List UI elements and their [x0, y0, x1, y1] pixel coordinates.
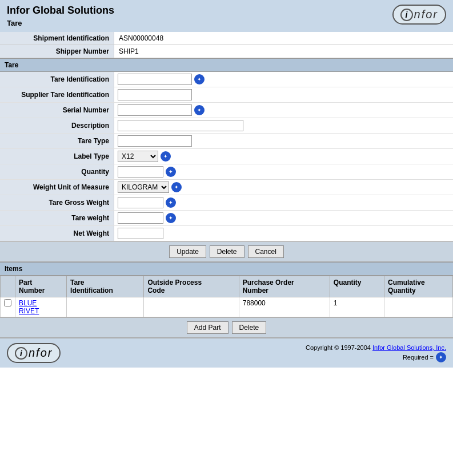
supplier-tare-input[interactable]	[118, 89, 192, 100]
net-weight-row: Net Weight	[0, 226, 453, 241]
logo-text: nfor	[414, 8, 438, 21]
row-checkbox[interactable]	[4, 299, 11, 306]
infor-logo-footer: i nfor	[7, 343, 61, 363]
required-label: Required =	[403, 354, 434, 361]
quantity-input-area	[114, 164, 179, 179]
label-type-label: Label Type	[0, 149, 114, 164]
shipment-id-value: ASN00000048	[114, 32, 168, 45]
infor-logo-header: i nfor	[392, 5, 446, 25]
tare-id-label: Tare Identification	[0, 72, 114, 87]
tare-gross-weight-input[interactable]	[118, 197, 163, 208]
tare-weight-input-area	[114, 211, 179, 225]
quantity-row: Quantity	[0, 164, 453, 180]
add-part-button[interactable]: Add Part	[187, 321, 228, 334]
weight-uom-label: Weight Unit of Measure	[0, 180, 114, 195]
shipper-number-value: SHIP1	[114, 45, 143, 58]
cancel-button[interactable]: Cancel	[248, 245, 284, 258]
tare-gross-weight-row: Tare Gross Weight	[0, 195, 453, 211]
tare-id-row: Tare Identification	[0, 72, 453, 87]
serial-number-input[interactable]	[118, 104, 192, 116]
tare-id-input-area	[114, 72, 208, 87]
row-outside-process-code	[144, 297, 239, 317]
col-part-number: PartNumber	[15, 276, 67, 297]
tare-section-header: Tare	[0, 58, 453, 72]
weight-uom-row: Weight Unit of Measure KILOGRAM POUND GR…	[0, 180, 453, 195]
tare-type-label: Tare Type	[0, 134, 114, 148]
net-weight-input-area	[114, 226, 167, 241]
tare-id-lookup-icon[interactable]	[194, 74, 205, 84]
tare-gross-weight-label: Tare Gross Weight	[0, 195, 114, 210]
delete-button[interactable]: Delete	[210, 245, 244, 258]
required-icon	[436, 352, 446, 362]
table-row: BLUERIVET 788000 1	[1, 297, 453, 317]
footer-logo-circle: i	[15, 347, 27, 360]
supplier-tare-input-area	[114, 87, 195, 102]
row-cumulative-quantity	[384, 297, 453, 317]
footer-logo-text: nfor	[29, 346, 53, 360]
tare-weight-row: Tare weight	[0, 211, 453, 226]
serial-number-lookup-icon[interactable]	[194, 105, 205, 115]
net-weight-input[interactable]	[118, 228, 163, 239]
table-header-row: PartNumber TareIdentification Outside Pr…	[1, 276, 453, 297]
items-table: PartNumber TareIdentification Outside Pr…	[0, 276, 453, 317]
shipment-id-label: Shipment Identification	[0, 32, 114, 45]
weight-uom-input-area: KILOGRAM POUND GRAM	[114, 180, 185, 195]
label-type-select[interactable]: X12 LABEL1 LABEL2	[118, 151, 158, 162]
label-type-input-area: X12 LABEL1 LABEL2	[114, 149, 174, 164]
description-row: Description	[0, 118, 453, 134]
row-checkbox-cell	[1, 297, 15, 317]
shipper-number-row: Shipper Number SHIP1	[0, 45, 453, 58]
tare-type-input-area	[114, 134, 195, 148]
row-part-number: BLUERIVET	[15, 297, 67, 317]
supplier-tare-row: Supplier Tare Identification	[0, 87, 453, 103]
tare-weight-lookup-icon[interactable]	[166, 213, 176, 223]
footer-right: Copyright © 1997-2004 Infor Global Solut…	[306, 344, 446, 362]
shipment-id-row: Shipment Identification ASN00000048	[0, 32, 453, 45]
description-input-area	[114, 118, 247, 133]
action-buttons: Update Delete Cancel	[0, 241, 453, 262]
delete-part-button[interactable]: Delete	[232, 321, 267, 334]
row-tare-id	[67, 297, 144, 317]
items-section: Items PartNumber TareIdentification Outs…	[0, 262, 453, 337]
tare-weight-input[interactable]	[118, 212, 163, 224]
update-button[interactable]: Update	[169, 245, 206, 258]
weight-uom-lookup-icon[interactable]	[171, 182, 182, 192]
tare-type-input[interactable]	[118, 135, 192, 147]
col-quantity: Quantity	[330, 276, 384, 297]
supplier-tare-label: Supplier Tare Identification	[0, 87, 114, 102]
col-po-number: Purchase OrderNumber	[239, 276, 330, 297]
page-footer: i nfor Copyright © 1997-2004 Infor Globa…	[0, 337, 453, 368]
tare-type-row: Tare Type	[0, 134, 453, 149]
tare-fields: Tare Identification Supplier Tare Identi…	[0, 72, 453, 241]
page-header: Infor Global Solutions Tare i nfor	[0, 0, 453, 32]
shipment-info: Shipment Identification ASN00000048 Ship…	[0, 32, 453, 58]
quantity-lookup-icon[interactable]	[166, 167, 176, 177]
part-number-link[interactable]: BLUERIVET	[19, 299, 39, 315]
serial-number-row: Serial Number	[0, 103, 453, 118]
company-title: Infor Global Solutions	[7, 5, 114, 17]
copyright-text: Copyright © 1997-2004 Infor Global Solut…	[306, 344, 446, 351]
items-section-header: Items	[0, 262, 453, 276]
required-row: Required =	[306, 352, 446, 362]
label-type-lookup-icon[interactable]	[161, 151, 171, 162]
col-cumulative-quantity: CumulativeQuantity	[384, 276, 453, 297]
col-checkbox	[1, 276, 15, 297]
description-input[interactable]	[118, 120, 243, 131]
quantity-label: Quantity	[0, 164, 114, 179]
weight-uom-select[interactable]: KILOGRAM POUND GRAM	[118, 181, 169, 193]
tare-id-input[interactable]	[118, 74, 192, 85]
col-outside-process: Outside ProcessCode	[144, 276, 239, 297]
shipper-number-label: Shipper Number	[0, 45, 114, 58]
col-tare-id: TareIdentification	[67, 276, 144, 297]
tare-weight-label: Tare weight	[0, 211, 114, 225]
quantity-input[interactable]	[118, 166, 163, 178]
tare-gross-weight-lookup-icon[interactable]	[166, 197, 176, 208]
header-text: Infor Global Solutions Tare	[7, 5, 114, 27]
label-type-row: Label Type X12 LABEL1 LABEL2	[0, 149, 453, 164]
tare-gross-weight-input-area	[114, 195, 179, 210]
copyright-link[interactable]: Infor Global Solutions, Inc.	[372, 344, 446, 351]
row-quantity: 1	[330, 297, 384, 317]
serial-number-input-area	[114, 103, 208, 118]
table-action-buttons: Add Part Delete	[0, 317, 453, 337]
description-label: Description	[0, 118, 114, 133]
